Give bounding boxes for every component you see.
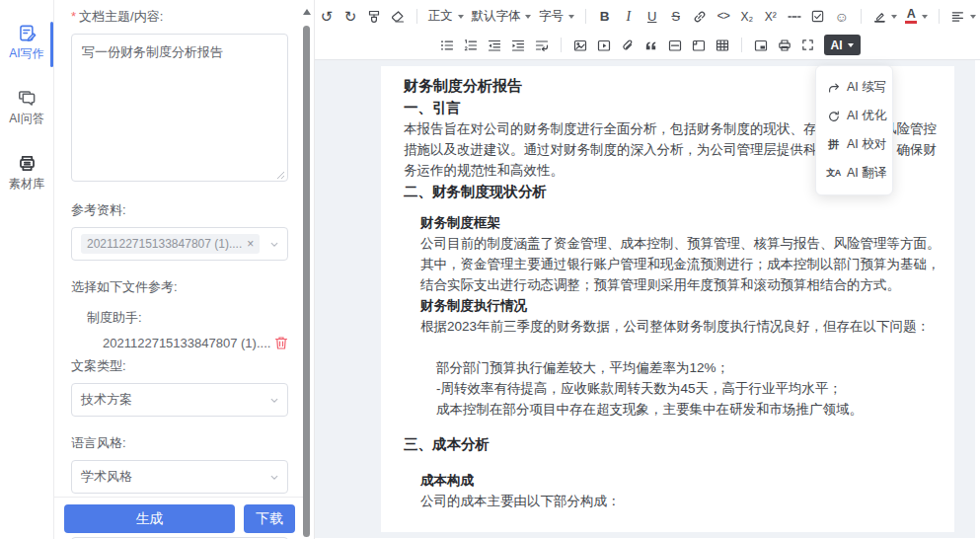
sidebar-item-ai-qa[interactable]: AI问答 bbox=[0, 89, 53, 127]
bold-button[interactable]: B bbox=[594, 5, 616, 28]
highlight-color-dropdown[interactable] bbox=[869, 5, 901, 28]
doc-heading-cost-structure: 成本构成 bbox=[420, 470, 941, 491]
alignment-dropdown[interactable] bbox=[947, 5, 979, 28]
ordered-list-button[interactable] bbox=[460, 34, 482, 56]
indent-button[interactable] bbox=[507, 34, 529, 56]
toolbar-separator bbox=[939, 9, 940, 24]
fullscreen-icon bbox=[800, 38, 815, 52]
doc-issue-item: 成本控制在部分项目中存在超支现象，主要集中在研发和市场推广领域。 bbox=[436, 399, 941, 420]
print-button[interactable] bbox=[774, 34, 795, 56]
menu-item-ai-translate[interactable]: 文A AI 翻译 bbox=[816, 159, 892, 188]
ai-qa-icon bbox=[18, 89, 37, 108]
generate-button[interactable]: 生成 bbox=[64, 504, 235, 533]
menu-item-ai-optimize[interactable]: AI 优化 bbox=[816, 102, 892, 130]
outdent-button[interactable] bbox=[484, 34, 505, 56]
menu-item-ai-proofread[interactable]: 拼 AI 校对 bbox=[816, 130, 892, 159]
align-left-icon bbox=[950, 9, 965, 24]
eraser-icon bbox=[390, 9, 406, 25]
font-family-dropdown[interactable]: 默认字体 bbox=[469, 5, 534, 28]
fullscreen-button[interactable] bbox=[797, 34, 819, 56]
reference-label: 参考资料: bbox=[71, 201, 288, 219]
doc-type-select[interactable]: 技术方案 bbox=[71, 383, 288, 417]
ai-optimize-icon bbox=[826, 110, 841, 123]
bullet-list-button[interactable] bbox=[436, 34, 458, 56]
toolbar-separator bbox=[561, 38, 562, 52]
superscript-button[interactable]: X² bbox=[760, 5, 782, 28]
bullet-list-icon bbox=[439, 38, 455, 53]
doc-paragraph-framework: 公司目前的制度涵盖了资金管理、成本控制、预算管理、核算与报告、风险管理等方面。其… bbox=[420, 233, 941, 295]
scrollbar-thumb[interactable] bbox=[303, 26, 310, 537]
material-library-icon bbox=[18, 154, 37, 173]
sidebar-item-label: AI问答 bbox=[9, 111, 43, 127]
image-icon bbox=[572, 38, 588, 53]
active-indicator bbox=[50, 22, 53, 67]
nav-rail: AI写作 AI问答 素材库 bbox=[0, 0, 54, 539]
page-break-button[interactable] bbox=[688, 34, 710, 56]
editor-scroll-track[interactable] bbox=[975, 60, 980, 538]
insert-video-button[interactable] bbox=[593, 34, 615, 56]
emoji-button[interactable]: ☺ bbox=[831, 5, 853, 28]
caret-down-icon bbox=[525, 15, 531, 19]
ordered-list-icon bbox=[463, 38, 479, 53]
insert-table-button[interactable] bbox=[712, 34, 733, 56]
delete-file-icon[interactable] bbox=[274, 336, 288, 350]
task-checkbox-button[interactable] bbox=[807, 5, 829, 28]
ai-continue-icon bbox=[826, 81, 841, 95]
ai-translate-icon: 文A bbox=[826, 167, 841, 180]
format-painter-icon bbox=[366, 9, 382, 25]
caret-down-icon bbox=[848, 43, 854, 47]
horizontal-rule-button[interactable] bbox=[784, 5, 805, 28]
highlight-pen-icon bbox=[872, 9, 887, 24]
download-button[interactable]: 下载 bbox=[244, 504, 295, 533]
insert-image-button[interactable] bbox=[569, 34, 591, 56]
menu-item-ai-continue[interactable]: AI 续写 bbox=[816, 73, 892, 102]
clear-format-button[interactable] bbox=[387, 5, 409, 28]
scroll-up-arrow-icon[interactable] bbox=[303, 9, 311, 15]
sidebar-item-ai-writing[interactable]: AI写作 bbox=[0, 24, 53, 62]
font-size-dropdown[interactable]: 字号 bbox=[536, 5, 577, 28]
embed-button[interactable] bbox=[750, 34, 772, 56]
ai-writing-icon bbox=[18, 24, 37, 42]
code-button[interactable]: <> bbox=[713, 5, 734, 28]
toolbar-row-1: ↺ ↻ 正文 默认字体 字号 B I U S <> X₂ X² ☺ bbox=[315, 2, 980, 31]
font-color-icon: A bbox=[905, 9, 917, 24]
toolbar-separator bbox=[585, 9, 586, 24]
text-wrap-button[interactable] bbox=[531, 34, 553, 56]
topic-label: *文档主题/内容: bbox=[71, 8, 288, 26]
doc-heading-cost: 三、成本分析 bbox=[404, 434, 941, 455]
italic-button[interactable]: I bbox=[618, 5, 640, 28]
font-color-dropdown[interactable]: A bbox=[902, 5, 931, 28]
reference-select[interactable]: 2021122715133847807 (1).... × bbox=[71, 227, 288, 261]
resize-handle[interactable] bbox=[276, 171, 285, 180]
style-label: 语言风格: bbox=[71, 434, 288, 452]
format-painter-button[interactable] bbox=[363, 5, 385, 28]
remove-tag-icon[interactable]: × bbox=[247, 238, 254, 250]
doc-heading-execution: 财务制度执行情况 bbox=[420, 295, 941, 316]
attachment-button[interactable] bbox=[617, 34, 639, 56]
sidebar-item-material-library[interactable]: 素材库 bbox=[0, 154, 53, 192]
paragraph-style-dropdown[interactable]: 正文 bbox=[425, 5, 467, 28]
doc-issue-item: -周转效率有待提高，应收账款周转天数为45天，高于行业平均水平； bbox=[436, 378, 941, 399]
topic-input[interactable]: 写一份财务制度分析报告 bbox=[71, 34, 288, 182]
redo-button[interactable]: ↻ bbox=[339, 5, 361, 28]
subscript-button[interactable]: X₂ bbox=[736, 5, 758, 28]
caret-down-icon bbox=[458, 15, 464, 19]
style-select[interactable]: 学术风格 bbox=[71, 460, 288, 494]
panel-divider bbox=[54, 497, 304, 498]
ai-proofread-icon: 拼 bbox=[826, 137, 841, 152]
underline-button[interactable]: U bbox=[641, 5, 663, 28]
blockquote-button[interactable] bbox=[641, 34, 662, 56]
divider-button[interactable] bbox=[664, 34, 686, 56]
caret-down-icon bbox=[891, 15, 897, 19]
panel-scrollbar[interactable] bbox=[302, 0, 311, 539]
undo-button[interactable]: ↺ bbox=[316, 5, 338, 28]
ai-dropdown-button[interactable]: AI bbox=[824, 35, 861, 55]
text-wrap-icon bbox=[534, 38, 550, 53]
required-mark: * bbox=[71, 9, 76, 24]
editor-toolbar: ↺ ↻ 正文 默认字体 字号 B I U S <> X₂ X² ☺ bbox=[315, 0, 980, 60]
strikethrough-button[interactable]: S bbox=[665, 5, 687, 28]
checkbox-icon bbox=[810, 9, 825, 24]
writing-form-panel: *文档主题/内容: 写一份财务制度分析报告 参考资料: 202112271513… bbox=[54, 0, 314, 539]
link-button[interactable] bbox=[689, 5, 711, 28]
toolbar-separator bbox=[741, 38, 742, 52]
